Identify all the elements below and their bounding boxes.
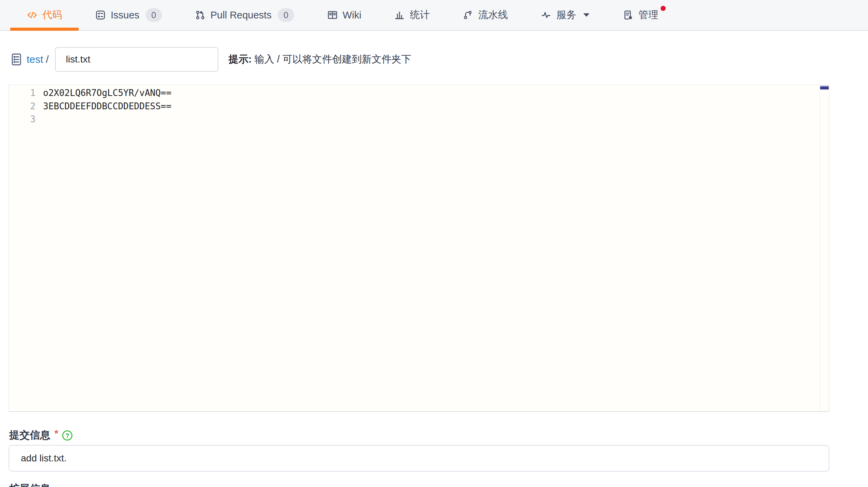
wiki-icon — [327, 10, 338, 20]
tab-label: 服务 — [556, 8, 576, 22]
editor-lines: 1 o2X02LQ6R7OgLC5YR/vANQ== 2 3EBCDDEEFDD… — [9, 85, 829, 126]
tab-label: Issues — [111, 10, 139, 21]
line-number: 2 — [9, 100, 36, 113]
issues-icon — [95, 10, 106, 20]
repo-nav-bar: 代码 Issues 0 Pull Requests 0 — [0, 0, 868, 31]
line-number: 3 — [9, 113, 36, 126]
tab-pipeline[interactable]: 流水线 — [446, 0, 524, 30]
tab-label: 流水线 — [478, 8, 508, 22]
breadcrumb-separator: / — [46, 54, 49, 65]
tab-pull-requests[interactable]: Pull Requests 0 — [178, 0, 311, 30]
line-number: 1 — [9, 86, 36, 100]
manage-icon — [623, 10, 634, 20]
active-tab-underline — [10, 28, 79, 31]
notification-dot — [661, 6, 666, 11]
issues-count-badge: 0 — [146, 8, 162, 22]
tab-label: 代码 — [42, 8, 62, 22]
commit-message-input[interactable] — [9, 445, 829, 472]
pull-request-icon — [195, 10, 206, 20]
pipeline-icon — [462, 10, 473, 20]
tab-wiki[interactable]: Wiki — [311, 0, 378, 30]
hint-prefix: 提示: — [229, 54, 252, 65]
question-icon[interactable]: ? — [62, 430, 73, 441]
line-code: 3EBCDDEEFDDBCCDDEDDESS== — [36, 100, 172, 113]
editor-line: 3 — [9, 113, 829, 126]
commit-message-label: 提交信息 — [9, 428, 50, 442]
tab-label: Pull Requests — [211, 10, 272, 21]
hint-text: 输入 / 可以将文件创建到新文件夹下 — [254, 54, 411, 65]
editor-scrollbar[interactable] — [819, 85, 829, 411]
code-editor[interactable]: 1 o2X02LQ6R7OgLC5YR/vANQ== 2 3EBCDDEEFDD… — [9, 85, 829, 412]
file-path-row: test / 提示: 输入 / 可以将文件创建到新文件夹下 — [10, 47, 858, 72]
tab-services[interactable]: 服务 — [524, 0, 606, 30]
tab-statistics[interactable]: 统计 — [378, 0, 446, 30]
editor-line: 1 o2X02LQ6R7OgLC5YR/vANQ== — [9, 86, 829, 100]
line-code: o2X02LQ6R7OgLC5YR/vANQ== — [36, 86, 172, 100]
tab-manage[interactable]: 管理 — [606, 0, 675, 30]
filename-input[interactable] — [55, 47, 218, 72]
required-marker: * — [54, 428, 58, 439]
tab-issues[interactable]: Issues 0 — [79, 0, 178, 30]
question-glyph: ? — [65, 432, 69, 439]
filename-hint: 提示: 输入 / 可以将文件创建到新文件夹下 — [229, 53, 411, 66]
tab-label: 统计 — [410, 8, 430, 22]
stats-icon — [394, 10, 405, 20]
tab-label: Wiki — [343, 10, 362, 21]
scrollbar-thumb[interactable] — [820, 86, 829, 89]
tab-label: 管理 — [638, 8, 658, 22]
editor-line: 2 3EBCDDEEFDDBCCDDEDDESS== — [9, 100, 829, 113]
service-icon — [541, 10, 552, 20]
extended-info-label: 扩展信息 — [9, 482, 868, 487]
file-text-icon — [10, 53, 23, 66]
code-icon — [27, 10, 38, 20]
breadcrumb-repo-link[interactable]: test — [27, 54, 43, 65]
line-code — [36, 113, 43, 126]
commit-label-row: 提交信息 * ? — [9, 428, 868, 442]
tab-code[interactable]: 代码 — [10, 0, 79, 30]
chevron-down-icon — [583, 13, 590, 17]
pull-requests-count-badge: 0 — [278, 8, 294, 22]
